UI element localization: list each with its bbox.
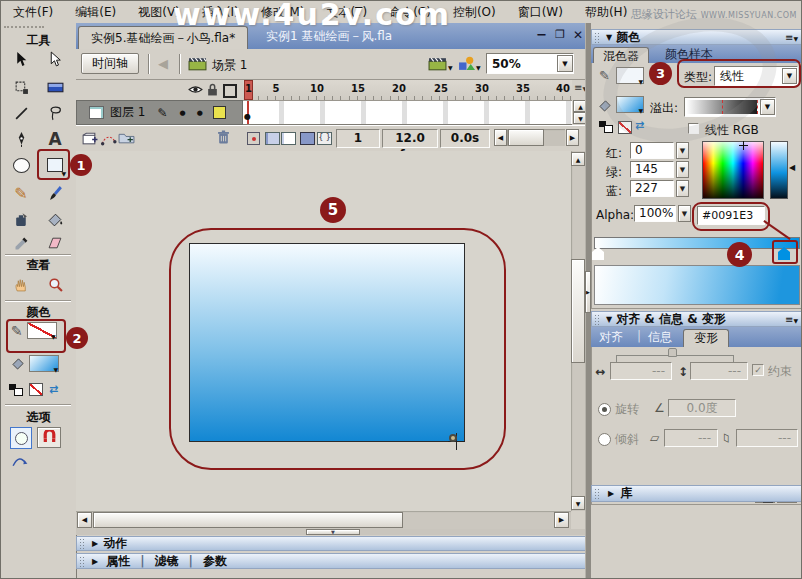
smooth-mode-option[interactable] [11,455,28,468]
vscroll-thumb[interactable] [571,259,585,363]
menu-help[interactable]: 帮助(H) [574,2,638,23]
brush-tool[interactable] [41,181,69,205]
splitter-collapse-handle[interactable]: ▼ [306,529,360,535]
canvas-hscrollbar[interactable]: ◀ ▶ [76,511,571,529]
canvas-vscrollbar[interactable]: ▲ ▼ [571,151,585,511]
object-drawing-toggle[interactable] [10,427,32,449]
brightness-marker-icon[interactable]: ◀ [789,163,795,172]
pen-tool[interactable] [7,127,35,151]
zoom-dropdown-arrow-icon[interactable]: ▼ [557,55,573,72]
actions-panel-header[interactable]: ▶ 动作 [76,536,589,551]
expand-arrow-icon[interactable]: ▶ [608,489,614,498]
no-color-button[interactable] [29,383,43,396]
red-field[interactable]: 0 [630,142,674,159]
layer-visibility-dot-icon[interactable]: ● [180,109,186,117]
ink-bottle-tool[interactable] [7,207,35,231]
transform-panel-header[interactable]: ▼ 对齐 & 信息 & 变形 ≡▼ [591,311,802,327]
vscroll-up-icon[interactable]: ▲ [571,152,585,166]
skew-radio[interactable] [598,433,611,446]
panel-grip[interactable] [594,488,599,499]
zoom-select[interactable]: 50% ▼ [486,53,574,74]
tab-info[interactable]: 信息 [648,329,672,346]
paint-bucket-tool[interactable] [41,207,69,231]
hscroll-thumb[interactable] [93,512,403,528]
bottom-splitter[interactable]: ▼ [76,529,589,535]
line-tool[interactable] [7,101,35,125]
back-arrow-icon[interactable]: ◀ [158,56,168,71]
fill-color-swatch[interactable]: ▼ [29,355,59,372]
constrain-checkbox[interactable]: ✓ [752,364,764,376]
timeline-hscroll-thumb[interactable] [508,129,544,146]
layer-name[interactable]: 图层 1 [110,104,145,121]
oval-tool[interactable] [7,153,35,177]
panel-menu-icon[interactable]: ≡▼ [785,314,798,325]
outline-all-layers-icon[interactable] [223,84,237,98]
red-spinner-icon[interactable]: ▼ [676,142,689,159]
filters-tab[interactable]: 滤镜 [155,553,179,570]
onion-skin-button[interactable] [265,132,280,145]
scene-name[interactable]: 场景 1 [212,57,247,74]
pencil-tool[interactable]: ✎ [7,181,35,205]
eraser-tool[interactable] [41,231,69,255]
timeline-toggle-button[interactable]: 时间轴 [81,53,139,74]
swap-colors-icon[interactable]: ⇄ [49,383,58,396]
toolbox-grip[interactable] [4,26,44,31]
edit-scene-button[interactable] [428,57,447,71]
current-frame-field[interactable]: 1 [336,129,380,148]
zoom-tool[interactable] [41,272,69,296]
edit-symbols-dropdown-arrow-icon[interactable]: ▼ [476,64,481,71]
panel-grip[interactable] [594,314,599,325]
gradient-definition-bar[interactable] [594,237,800,249]
collapse-arrow-icon[interactable]: ▼ [606,33,612,42]
hscroll-left-icon[interactable]: ◀ [77,512,92,528]
menu-edit[interactable]: 编辑(E) [64,2,127,23]
alpha-field[interactable]: 100% [634,205,676,222]
panel-grip[interactable] [79,538,84,549]
selection-tool[interactable] [7,47,35,71]
rotate-radio[interactable] [598,403,611,416]
timeline-hscroll-left-icon[interactable]: ◀ [494,129,507,146]
center-frame-button[interactable] [247,132,260,145]
panel-grip[interactable] [79,556,84,567]
timeline-hscroll-right-icon[interactable]: ▶ [566,129,579,146]
color-picker-area[interactable] [702,141,764,199]
layer-lock-dot-icon[interactable]: ● [197,109,203,117]
insert-layer-folder-button[interactable] [118,131,135,144]
rotate-angle-field[interactable]: 0.0度 [668,399,736,417]
edit-symbols-button[interactable] [458,56,475,71]
alpha-spinner-icon[interactable]: ▼ [678,205,691,222]
layer-row[interactable]: 图层 1 ✎ ● ● [76,100,243,125]
skew-h-field[interactable]: --- [664,429,718,447]
delete-layer-trash-button[interactable] [217,129,230,145]
frames-grid[interactable]: ● [243,100,572,125]
edit-multiple-frames-button[interactable] [300,132,315,145]
eyedropper-tool[interactable] [7,231,35,255]
vscroll-down-icon[interactable]: ▼ [571,496,585,510]
tab-transform[interactable]: 变形 [683,329,729,347]
properties-tab[interactable]: 属性 [106,553,130,570]
properties-panel-header[interactable]: ▶ 属性 | 滤镜 | 参数 [76,553,589,569]
fill-color-control[interactable]: ▼ [11,355,59,372]
frame-rate-field[interactable]: 12.0 fps [382,129,438,148]
timeline-ruler[interactable]: 1 5 10 15 20 25 30 35 40 [243,80,572,101]
mixer-default-colors-button[interactable] [599,121,613,133]
skew-v-field[interactable]: --- [736,429,798,447]
default-colors-button[interactable] [9,384,23,396]
height-field[interactable]: --- [690,362,748,380]
modify-onion-markers-button[interactable]: { } [317,132,332,145]
width-field[interactable]: --- [610,362,672,380]
menu-file[interactable]: 文件(F) [7,2,64,23]
subselection-tool[interactable] [41,47,69,71]
insert-layer-button[interactable] [81,131,98,146]
blue-spinner-icon[interactable]: ▼ [676,180,689,197]
expand-arrow-icon[interactable]: ▶ [92,539,98,548]
onion-skin-outlines-button[interactable] [281,132,296,145]
edit-scene-dropdown-arrow-icon[interactable]: ▼ [448,64,453,71]
free-transform-tool[interactable] [7,75,35,99]
library-panel-header[interactable]: ▶ 库 [591,485,802,502]
green-spinner-icon[interactable]: ▼ [676,161,689,178]
elapsed-time-field[interactable]: 0.0s [440,129,490,148]
lasso-tool[interactable] [41,101,69,125]
show-hide-all-layers-icon[interactable] [188,84,203,95]
hscroll-right-icon[interactable]: ▶ [554,512,569,528]
